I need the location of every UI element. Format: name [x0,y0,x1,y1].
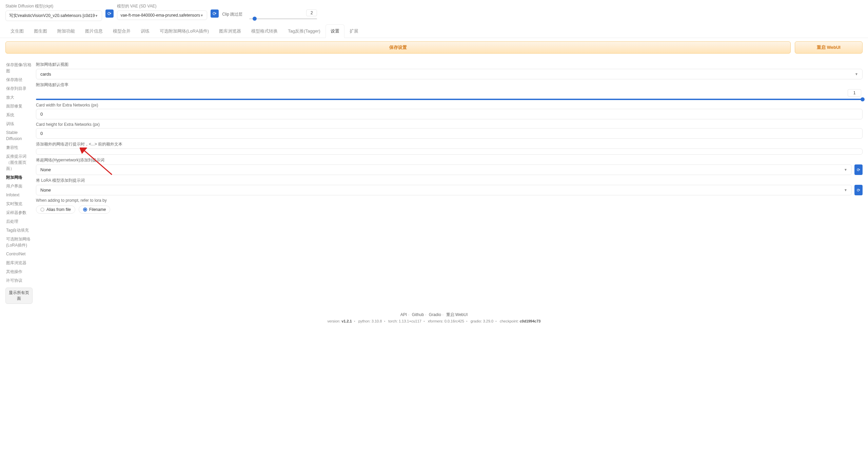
tab-训练[interactable]: 训练 [136,24,155,38]
default-mult-value[interactable]: 1 [848,89,861,97]
hypernet-refresh-button[interactable]: ⟳ [854,164,863,175]
radio-icon [83,208,87,212]
refresh-icon: ⟳ [857,188,860,193]
checkpoint-dropdown[interactable]: 写实\realisticVisionV20_v20.safetensors [c… [5,11,102,21]
sidebar-item[interactable]: 系统 [5,111,33,119]
tab-扩展[interactable]: 扩展 [344,24,363,38]
vae-label: 模型的 VAE (SD VAE) [117,3,208,9]
extra-text-label: 添加额外的网络进行提示时，<...> 前的额外文本 [36,141,863,147]
footer-link-gradio[interactable]: Gradio [429,312,441,317]
lora-dropdown[interactable]: None ▼ [36,185,852,195]
sidebar-item[interactable]: 实时预览 [5,199,33,208]
tab-图片信息[interactable]: 图片信息 [80,24,108,38]
main-tabs: 文生图图生图附加功能图片信息模型合并训练可选附加网络(LoRA插件)图库浏览器模… [0,24,868,38]
sidebar-item[interactable]: 附加网络 [5,173,33,182]
radio-icon [40,208,44,212]
vae-value: vae-ft-mse-840000-ema-pruned.safetensors [121,13,200,18]
sidebar-item[interactable]: 反推提示词（图生图页面） [5,152,33,173]
radio-alias-label: Alias from file [46,207,71,212]
tab-图库浏览器[interactable]: 图库浏览器 [214,24,246,38]
sidebar-item[interactable]: 采样器参数 [5,208,33,217]
save-settings-button[interactable]: 保存设置 [5,41,791,54]
slider-thumb[interactable] [861,97,865,101]
radio-filename-label: Filename [89,207,106,212]
tab-模型合并[interactable]: 模型合并 [108,24,136,38]
sidebar-item[interactable]: ControlNet [5,250,33,258]
card-height-input[interactable]: 0 [36,128,863,139]
sidebar-item[interactable]: 面部修复 [5,102,33,111]
tab-Tag反推(Tagger)[interactable]: Tag反推(Tagger) [283,24,325,38]
default-mult-slider[interactable] [36,99,863,100]
extra-text-input[interactable] [36,149,863,155]
radio-alias-from-file[interactable]: Alias from file [36,205,75,214]
sidebar-item[interactable]: Tag自动填充 [5,226,33,235]
footer-meta: version: v1.2.1• python: 3.10.8• torch: … [5,319,863,323]
vae-dropdown[interactable]: vae-ft-mse-840000-ema-pruned.safetensors… [117,11,208,20]
default-mult-label: 附加网络默认倍率 [36,82,863,88]
default-view-label: 附加网络默认视图 [36,62,863,67]
tab-设置[interactable]: 设置 [326,24,344,38]
sidebar-item[interactable]: Infotext [5,191,33,199]
lora-value: None [40,188,51,193]
lora-refresh-button[interactable]: ⟳ [854,185,863,195]
chevron-down-icon: ▼ [200,14,203,17]
sidebar-item[interactable]: 用户界面 [5,182,33,191]
sidebar-item[interactable]: 许可协议 [5,276,33,285]
refresh-icon: ⟳ [107,11,112,16]
footer-link-github[interactable]: Github [412,312,424,317]
chevron-down-icon: ▼ [855,72,858,76]
checkpoint-label: Stable Diffusion 模型(ckpt) [5,3,102,9]
sidebar-item[interactable]: 放大 [5,93,33,102]
tab-可选附加网络(LoRA插件)[interactable]: 可选附加网络(LoRA插件) [155,24,214,38]
sidebar-item[interactable]: Stable Diffusion [5,128,33,143]
restart-webui-button[interactable]: 重启 WebUI [795,41,863,54]
card-width-label: Card width for Extra Networks (px) [36,103,863,107]
sidebar-item[interactable]: 兼容性 [5,143,33,152]
lora-label: 将 LoRA 模型添加到提示词 [36,178,863,183]
footer-link-api[interactable]: API [400,312,407,317]
sidebar-item[interactable]: 后处理 [5,217,33,226]
clip-skip-value[interactable]: 2 [306,9,317,16]
settings-sidebar: 保存图像/宫格图保存路径保存到目录放大面部修复系统训练Stable Diffus… [5,60,33,304]
slider-thumb[interactable] [253,17,257,21]
tab-文生图[interactable]: 文生图 [5,24,29,38]
show-all-pages-button[interactable]: 显示所有页面 [5,288,33,304]
clip-skip-slider[interactable] [249,18,317,19]
chevron-down-icon: ▼ [95,14,98,18]
radio-filename[interactable]: Filename [79,205,110,214]
refresh-icon: ⟳ [857,168,860,172]
vae-refresh-button[interactable]: ⟳ [211,9,219,18]
hypernet-value: None [40,167,51,172]
hypernet-label: 将超网络(Hypernetwork)添加到提示词 [36,157,863,163]
tab-附加功能[interactable]: 附加功能 [52,24,80,38]
footer-links: API· Github· Gradio· 重启 WebUI [5,312,863,318]
tab-模型格式转换[interactable]: 模型格式转换 [246,24,283,38]
hypernet-dropdown[interactable]: None ▼ [36,164,852,175]
checkpoint-refresh-button[interactable]: ⟳ [105,9,114,18]
card-height-label: Card height for Extra Networks (px) [36,122,863,127]
tab-图生图[interactable]: 图生图 [29,24,52,38]
sidebar-item[interactable]: 其他操作 [5,267,33,276]
sidebar-item[interactable]: 可选附加网络(LoRA插件) [5,235,33,250]
default-view-dropdown[interactable]: cards ▼ [36,69,863,79]
chevron-down-icon: ▼ [844,168,847,172]
default-view-value: cards [40,72,51,77]
sidebar-item[interactable]: 保存路径 [5,75,33,84]
sidebar-item[interactable]: 训练 [5,119,33,128]
checkpoint-value: 写实\realisticVisionV20_v20.safetensors [c… [9,13,95,19]
refresh-icon: ⟳ [213,11,217,16]
footer-link-restart[interactable]: 重启 WebUI [446,312,468,317]
sidebar-item[interactable]: 保存到目录 [5,84,33,93]
sidebar-item[interactable]: 图库浏览器 [5,258,33,267]
chevron-down-icon: ▼ [844,188,847,192]
card-width-input[interactable]: 0 [36,109,863,119]
sidebar-item[interactable]: 保存图像/宫格图 [5,60,33,75]
lora-ref-label: When adding to prompt, refer to lora by [36,198,863,203]
clip-skip-label: Clip 跳过层 [222,12,242,17]
